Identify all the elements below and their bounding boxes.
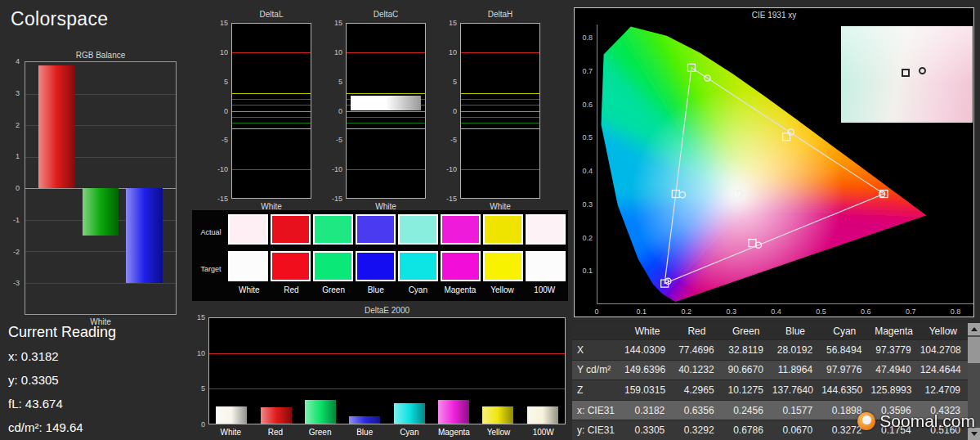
- 100w-bar: [527, 406, 558, 424]
- category-label: Blue: [355, 285, 397, 294]
- chart-title: CIE 1931 xy: [575, 11, 973, 20]
- swatch-column-labels: WhiteRedGreenBlueCyanMagentaYellow100W: [228, 285, 566, 294]
- tick-label: 15: [449, 19, 457, 27]
- category-label: Cyan: [387, 428, 432, 437]
- tick-label: 5: [453, 78, 457, 86]
- color-swatch: [313, 251, 353, 281]
- target-swatches: [228, 251, 566, 281]
- tick-label: 0: [16, 184, 20, 192]
- category-label: White: [208, 428, 253, 437]
- category-label: Yellow: [481, 285, 524, 294]
- actual-row-label: Actual: [195, 228, 226, 236]
- color-swatch: [271, 214, 311, 245]
- color-swatch: [398, 251, 438, 281]
- table-row[interactable]: Z159.03154.296510.1275137.7640144.635012…: [572, 380, 968, 401]
- target-row-label: Target: [195, 265, 226, 273]
- value-cell: 0.3292: [672, 420, 721, 440]
- color-swatch: [483, 251, 523, 281]
- x-axis: 00.10.20.30.40.50.60.70.8: [597, 306, 973, 316]
- yellow-bar-slot: [476, 318, 520, 424]
- red-bar: [261, 407, 292, 424]
- tick-label: 0.7: [582, 67, 593, 75]
- category-label: 100W: [523, 285, 566, 294]
- tick-label: 10: [197, 349, 205, 357]
- rgb-balance-y-axis: 43210-1-2-3: [5, 61, 21, 315]
- tick-label: 15: [220, 19, 228, 27]
- tick-label: 0.2: [681, 308, 691, 316]
- white-bar: [216, 406, 247, 424]
- table-row[interactable]: Y cd/m²149.639640.123290.667011.896497.9…: [572, 360, 968, 380]
- magenta-bar-slot: [432, 318, 476, 424]
- page-title: Colorspace: [11, 8, 108, 30]
- value-cell: 0.3305: [623, 420, 672, 440]
- color-swatch-panel: Actual Target WhiteRedGreenBlueCyanMagen…: [192, 210, 568, 301]
- scroll-up-icon: [971, 327, 978, 331]
- column-header: Magenta: [869, 323, 918, 340]
- column-header: Red: [672, 323, 721, 340]
- value-cell: 4.2965: [672, 380, 721, 401]
- column-header: Blue: [771, 323, 820, 340]
- blue-bar: [126, 188, 163, 283]
- actual-swatches: [228, 214, 566, 245]
- tick-label: 0.8: [951, 308, 961, 316]
- value-cell: 40.1232: [672, 360, 721, 380]
- tick-label: 5: [201, 384, 205, 393]
- value-cell: 159.0315: [623, 380, 672, 401]
- tick-label: 15: [334, 19, 342, 27]
- tick-label: 0.1: [582, 267, 593, 275]
- category-label: Red: [271, 285, 313, 294]
- tick-label: 0.5: [582, 133, 593, 141]
- value-cell: 125.8993: [869, 380, 918, 401]
- tick-label: 10: [220, 48, 228, 56]
- tick-label: -5: [336, 136, 342, 144]
- tick-label: 5: [338, 78, 342, 86]
- tick-label: -15: [446, 195, 457, 203]
- tick-label: 0: [594, 308, 598, 316]
- category-label: Blue: [342, 428, 387, 437]
- bars: [461, 24, 539, 198]
- category-label: Red: [253, 428, 298, 437]
- bars: [209, 318, 565, 424]
- soomal-watermark: Soomal.com: [857, 411, 975, 431]
- tick-label: 0: [338, 107, 342, 115]
- delta-h-chart: DeltaH 151050-5-10-15 White: [436, 7, 542, 213]
- red-bar-slot: [253, 318, 298, 424]
- column-header: [572, 323, 623, 340]
- chart-title: DeltaL: [231, 10, 311, 19]
- green-bar-slot: [298, 318, 342, 424]
- color-swatch: [526, 214, 566, 245]
- x-labels: WhiteRedGreenBlueCyanMagentaYellow100W: [208, 428, 566, 437]
- color-swatch: [526, 251, 566, 281]
- tick-label: 0: [453, 107, 457, 115]
- y-axis: 151050-5-10-15: [210, 23, 230, 199]
- value-cell: 12.4709: [919, 380, 968, 401]
- value-cell: 0.2456: [722, 400, 771, 420]
- value-cell: 144.6350: [820, 380, 869, 401]
- color-swatch: [441, 214, 481, 245]
- reading-fl: fL: 43.674: [8, 397, 116, 411]
- reading-x: x: 0.3182: [8, 349, 116, 363]
- scrollbar-thumb[interactable]: [968, 337, 980, 363]
- chart-title: DeltaC: [346, 10, 426, 19]
- table-row[interactable]: X144.030977.469632.811928.019256.849497.…: [572, 340, 968, 361]
- tick-label: 15: [197, 313, 205, 321]
- color-swatch: [271, 251, 311, 281]
- colorspace-app: Colorspace RGB Balance 43210-1-2-3 White…: [0, 0, 980, 440]
- value-cell: 90.6670: [722, 360, 771, 380]
- row-label: Y cd/m²: [572, 360, 623, 380]
- row-label: x: CIE31: [572, 400, 623, 420]
- tick-label: 0.7: [906, 308, 916, 316]
- tick-label: 0.3: [726, 308, 736, 316]
- category-label: Magenta: [432, 428, 477, 437]
- plot-area: [208, 317, 566, 424]
- value-cell: 137.7640: [771, 380, 820, 401]
- y-axis: 0.80.70.60.50.40.30.20.1: [575, 25, 594, 304]
- color-swatch: [356, 251, 396, 281]
- scroll-up-button[interactable]: [968, 323, 980, 335]
- tick-label: 0.5: [816, 308, 826, 316]
- tick-label: -2: [13, 248, 20, 256]
- current-reading-panel: Current Reading x: 0.3182 y: 0.3305 fL: …: [8, 324, 116, 440]
- color-swatch: [228, 251, 268, 281]
- white-bar-slot: [209, 318, 253, 424]
- rgb-bars: [25, 62, 176, 314]
